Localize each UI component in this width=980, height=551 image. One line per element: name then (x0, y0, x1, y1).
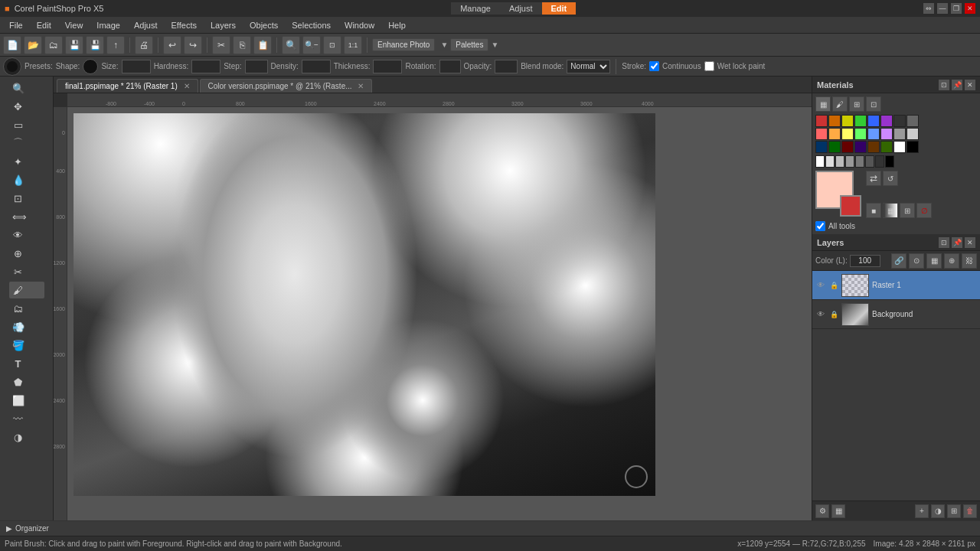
restore-btn[interactable]: ❐ (951, 3, 962, 14)
swatch-g4[interactable] (855, 155, 864, 168)
menu-image[interactable]: Image (90, 19, 126, 31)
tool-eraser[interactable]: ⬜ (9, 392, 44, 409)
doc-tab-1[interactable]: final1.pspimage * 21% (Raster 1) ✕ (57, 79, 198, 93)
fit-btn[interactable]: ⊡ (323, 36, 341, 54)
hardness-input[interactable]: 80 (191, 60, 220, 73)
zoom-in-btn[interactable]: 🔍 (282, 36, 300, 54)
open-btn[interactable]: 📂 (24, 36, 42, 54)
title-extra-btn[interactable]: ⇔ (923, 3, 934, 14)
brush-preview[interactable] (3, 57, 21, 76)
swatch-orange[interactable] (828, 115, 841, 127)
menu-window[interactable]: Window (338, 19, 381, 31)
rotation-input[interactable]: 0 (439, 60, 461, 73)
thickness-input[interactable]: 100 (373, 60, 402, 73)
tool-freehand[interactable]: ⌒ (9, 135, 44, 152)
mat-tab-4[interactable]: ⊡ (866, 96, 881, 112)
swatch-darkgray[interactable] (893, 115, 906, 127)
tool-paint-bucket[interactable]: 🪣 (9, 337, 44, 354)
add-layer-btn[interactable]: + (915, 504, 929, 518)
layers-close-btn[interactable]: ✕ (965, 237, 975, 248)
gradient-btn[interactable]: ▦ (883, 203, 898, 218)
layer-blend-btn[interactable]: ▦ (926, 253, 942, 269)
undo-btn[interactable]: ↩ (163, 36, 181, 54)
menu-effects[interactable]: Effects (165, 19, 203, 31)
opacity-input[interactable]: 38 (495, 60, 518, 73)
layer-link-btn[interactable]: 🔗 (891, 253, 906, 269)
browse-btn[interactable]: 🗂 (44, 36, 63, 54)
paste-btn[interactable]: 📋 (253, 36, 272, 54)
layer-2-lock[interactable]: 🔒 (829, 310, 838, 319)
swatch-lightblue[interactable] (867, 128, 880, 140)
menu-layers[interactable]: Layers (204, 19, 242, 31)
shape-preview[interactable] (83, 59, 98, 74)
swatch-red[interactable] (815, 115, 828, 127)
close-btn[interactable]: ✕ (965, 3, 975, 14)
layers-restore-btn[interactable]: ⊡ (939, 237, 949, 248)
tool-draw[interactable]: ⬟ (9, 373, 44, 390)
tool-dropper[interactable]: 💧 (9, 171, 44, 188)
layer-merge-btn[interactable]: ⊕ (944, 253, 959, 269)
canvas-image[interactable] (67, 107, 812, 520)
menu-objects[interactable]: Objects (243, 19, 284, 31)
swatch-peach[interactable] (828, 128, 841, 140)
tool-picture-tube[interactable]: 🗂 (9, 300, 44, 317)
swatch-olive[interactable] (880, 141, 893, 153)
tool-straighten[interactable]: ⟺ (9, 208, 44, 225)
menu-view[interactable]: View (59, 19, 90, 31)
layer-mask-btn[interactable]: ◑ (931, 504, 945, 518)
print-btn[interactable]: 🖨 (135, 36, 153, 54)
tool-text[interactable]: T (9, 355, 44, 372)
layer-1-lock[interactable]: 🔒 (829, 281, 838, 290)
swatch-yellow[interactable] (841, 115, 854, 127)
doc-tab-1-close[interactable]: ✕ (184, 82, 190, 90)
layer-row-background[interactable]: 👁 🔒 Background (812, 300, 980, 329)
actual-size-btn[interactable]: 1:1 (344, 36, 362, 54)
swatch-w[interactable] (815, 155, 825, 168)
menu-edit[interactable]: Edit (31, 19, 57, 31)
swatch-lightyellow[interactable] (841, 128, 854, 140)
enhance-photo-btn[interactable]: Enhance Photo (372, 38, 435, 51)
organizer-tab[interactable]: ▶ Organizer (0, 520, 980, 536)
tool-dodge-burn[interactable]: ◑ (9, 429, 44, 445)
swatch-b[interactable] (885, 155, 894, 168)
doc-tab-2[interactable]: Color version.pspimage * @ 21% (Raste...… (200, 79, 373, 93)
layer-1-visibility[interactable]: 👁 (815, 280, 826, 291)
layer-2-visibility[interactable]: 👁 (815, 309, 826, 320)
tool-magic-wand[interactable]: ✦ (9, 153, 44, 170)
swatch-darkred[interactable] (841, 141, 854, 153)
none-btn[interactable]: ∅ (916, 203, 932, 218)
redo-btn[interactable]: ↪ (184, 36, 202, 54)
blend-mode-select[interactable]: Normal Multiply Screen Overlay (567, 60, 610, 73)
swatch-green[interactable] (854, 115, 867, 127)
tab-adjust[interactable]: Adjust (500, 2, 542, 15)
density-input[interactable]: 100 (302, 60, 331, 73)
minimize-btn[interactable]: — (937, 3, 948, 14)
tool-move[interactable]: ✥ (9, 98, 44, 115)
reset-colors-btn[interactable]: ↺ (883, 171, 898, 186)
swatch-medgray[interactable] (893, 128, 906, 140)
swatch-lightgray[interactable] (906, 128, 919, 140)
bg-color-swatch[interactable] (840, 195, 861, 217)
cut-btn[interactable]: ✂ (212, 36, 230, 54)
tool-crop[interactable]: ⊡ (9, 190, 44, 207)
copy-btn[interactable]: ⎘ (233, 36, 251, 54)
tool-red-eye[interactable]: 👁 (9, 227, 44, 243)
layer-highlight-btn[interactable]: ⊙ (909, 253, 924, 269)
swatch-g2[interactable] (835, 155, 844, 168)
mat-tab-1[interactable]: ▦ (815, 96, 831, 112)
swatch-darkpurple[interactable] (854, 141, 867, 153)
tool-select[interactable]: ▭ (9, 116, 44, 133)
tab-manage[interactable]: Manage (451, 2, 500, 15)
continuous-checkbox[interactable] (649, 61, 659, 71)
swatch-gray[interactable] (906, 115, 919, 127)
swatch-darkgreen[interactable] (828, 141, 841, 153)
save-btn[interactable]: 💾 (65, 36, 83, 54)
swatch-g5[interactable] (865, 155, 874, 168)
materials-close-btn[interactable]: ✕ (965, 80, 975, 90)
menu-file[interactable]: File (3, 19, 29, 31)
delete-layer-btn[interactable]: 🗑 (963, 504, 977, 518)
tool-airbrush[interactable]: 💨 (9, 318, 44, 335)
save-as-btn[interactable]: 💾 (86, 36, 104, 54)
solid-color-btn[interactable]: ■ (866, 203, 881, 218)
tool-zoom[interactable]: 🔍 (9, 80, 44, 96)
